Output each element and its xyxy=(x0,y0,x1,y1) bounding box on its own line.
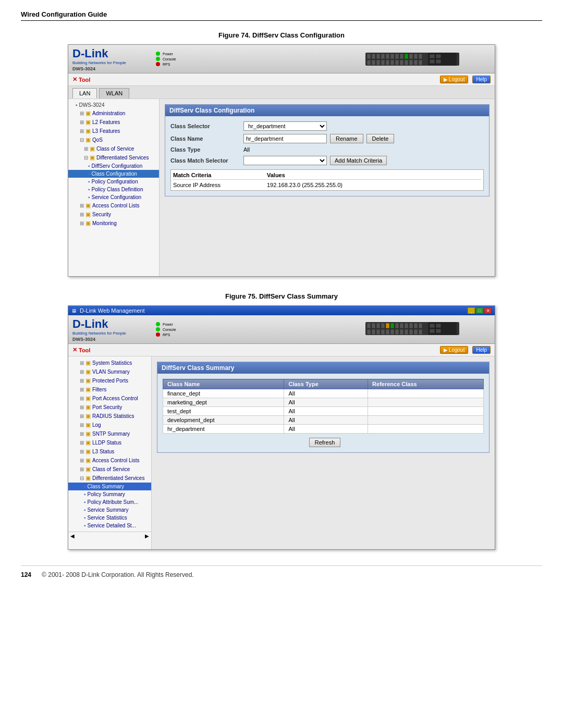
table-row: finance_dept All xyxy=(163,389,484,398)
sidebar-item-service-config[interactable]: ▪ Service Configuration xyxy=(68,193,159,201)
folder-expand-icon-diffserv: ⊟ xyxy=(84,155,88,161)
svg-rect-1 xyxy=(367,54,371,59)
scroll-left-icon[interactable]: ◀ xyxy=(70,533,75,539)
sidebar-scrollbar-2[interactable]: ◀ ▶ xyxy=(68,532,151,540)
sidebar2-lldp-status[interactable]: ⊞ ▣ LLDP Status xyxy=(68,438,151,447)
class-type-row: Class Type All xyxy=(170,146,484,153)
row2-name: marketing_dept xyxy=(163,398,284,407)
sidebar2-policy-attr-sum[interactable]: ▪ Policy Attribute Sum... xyxy=(68,498,151,506)
header-text: Wired Configuration Guide xyxy=(21,10,107,18)
sidebar2-cos[interactable]: ⊞ ▣ Class of Service xyxy=(68,465,151,474)
class-match-select[interactable] xyxy=(243,156,327,165)
sidebar-item-diffserv-config[interactable]: ▪ DiffServ Configuration xyxy=(68,162,159,170)
add-match-button[interactable]: Add Match Criteria xyxy=(330,156,387,165)
config-panel-header-2: DiffServ Class Summary xyxy=(157,362,489,374)
rps-indicator-2: RPS xyxy=(156,332,176,337)
logout-button-1[interactable]: ▶ Logout xyxy=(440,76,469,83)
sidebar-item-monitoring[interactable]: ⊞ ▣ Monitoring xyxy=(68,219,159,228)
rps-dot-2 xyxy=(156,332,160,337)
folder-icon-qos: ▣ xyxy=(85,137,91,143)
class-selector-select[interactable]: hr_department xyxy=(243,121,327,131)
sidebar-item-qos[interactable]: ⊟ ▣ QoS xyxy=(68,135,159,144)
sidebar2-system-stats[interactable]: ⊞ ▣ System Statistics xyxy=(68,359,151,367)
sidebar-label-diffserv: Differentiated Services xyxy=(96,155,149,161)
doc-icon-diffserv-config: ▪ xyxy=(88,163,90,169)
toolbar-right-2: ▶ Logout Help xyxy=(440,346,491,354)
sidebar2-sntp-summary[interactable]: ⊞ ▣ SNTP Summary xyxy=(68,429,151,438)
sidebar2-service-summary[interactable]: ▪ Service Summary xyxy=(68,506,151,514)
sidebar2-service-statistics[interactable]: ▪ Service Statistics xyxy=(68,514,151,522)
help-button-1[interactable]: Help xyxy=(472,76,491,83)
tool-button-1[interactable]: ✕ Tool xyxy=(72,76,90,83)
svg-rect-10 xyxy=(409,54,413,59)
tool-button-2[interactable]: ✕ Tool xyxy=(72,347,90,353)
sidebar2-log[interactable]: ⊞ ▣ Log xyxy=(68,421,151,429)
svg-rect-3 xyxy=(376,54,380,59)
sidebar-label-admin: Administration xyxy=(92,110,125,116)
tool-x-icon: ✕ xyxy=(72,76,77,83)
sidebar2-port-security[interactable]: ⊞ ▣ Port Security xyxy=(68,403,151,412)
logout-button-2[interactable]: ▶ Logout xyxy=(440,346,469,354)
svg-rect-28 xyxy=(430,59,435,64)
sidebar-item-security[interactable]: ⊞ ▣ Security xyxy=(68,210,159,219)
table-row: development_dept All xyxy=(163,416,484,425)
sidebar2-diffserv[interactable]: ⊟ ▣ Differentiated Services xyxy=(68,474,151,483)
minimize-button-2[interactable]: _ xyxy=(468,307,475,314)
row5-ref xyxy=(368,425,484,434)
sidebar2-acl[interactable]: ⊞ ▣ Access Control Lists xyxy=(68,456,151,465)
sidebar2-l3-status[interactable]: ⊞ ▣ L3 Status xyxy=(68,447,151,456)
delete-button[interactable]: Delete xyxy=(366,134,395,143)
sidebar-item-admin[interactable]: ⊞ ▣ Administration xyxy=(68,109,159,118)
sidebar2-label-13: Differentiated Services xyxy=(92,475,144,481)
class-name-input[interactable] xyxy=(243,134,327,143)
sidebar-label-policy-class-def: Policy Class Definition xyxy=(92,187,143,192)
sidebar2-filters[interactable]: ⊞ ▣ Filters xyxy=(68,385,151,394)
sidebar-item-cos[interactable]: ⊞ ▣ Class of Service xyxy=(68,144,159,153)
device-area-2: Power Console RPS xyxy=(156,319,491,339)
sidebar2-service-detailed[interactable]: ▪ Service Detailed St... xyxy=(68,522,151,529)
table-row: marketing_dept All xyxy=(163,398,484,407)
svg-rect-44 xyxy=(372,329,375,335)
svg-rect-34 xyxy=(381,323,385,328)
table-row: test_dept All xyxy=(163,407,484,416)
figure2-window: 🖥 D-Link Web Management _ □ ✕ D-Link Bui… xyxy=(68,305,495,550)
page-footer: 124 © 2001- 2008 D-Link Corporation. All… xyxy=(21,565,542,578)
close-button-2[interactable]: ✕ xyxy=(484,307,492,314)
sidebar-item-acl[interactable]: ⊞ ▣ Access Control Lists xyxy=(68,201,159,210)
sidebar-2: ⊞ ▣ System Statistics ⊞ ▣ VLAN Summary ⊞… xyxy=(68,356,152,549)
svg-rect-13 xyxy=(367,60,371,65)
help-button-2[interactable]: Help xyxy=(472,346,491,354)
sidebar2-class-summary[interactable]: ▪ Class Summary xyxy=(68,483,151,490)
sidebar-item-class-config[interactable]: ▪ Class Configuration xyxy=(68,170,159,178)
tab-lan-1[interactable]: LAN xyxy=(72,88,97,98)
sidebar2-radius-stats[interactable]: ⊞ ▣ RADIUS Statistics xyxy=(68,412,151,421)
port-panel-2 xyxy=(365,319,491,339)
sidebar2-protected-ports[interactable]: ⊞ ▣ Protected Ports xyxy=(68,376,151,385)
folder-expand-icon-qos: ⊟ xyxy=(80,137,84,143)
class-match-value-area: Add Match Criteria xyxy=(243,156,484,165)
toolbar-2: ✕ Tool ▶ Logout Help xyxy=(68,344,495,356)
figure1-title: Figure 74. DiffServ Class Configuration xyxy=(21,31,542,39)
sidebar-item-l3[interactable]: ⊞ ▣ L3 Features xyxy=(68,127,159,135)
sidebar-item-policy-config[interactable]: ▪ Policy Configuration xyxy=(68,178,159,186)
sidebar-item-root-1[interactable]: ▪ DWS-3024 xyxy=(68,101,159,109)
class-selector-row: Class Selector hr_department xyxy=(170,121,484,131)
port-panel-1 xyxy=(365,50,491,68)
sidebar2-policy-summary[interactable]: ▪ Policy Summary xyxy=(68,490,151,498)
dlink-tagline-1: Building Networks for People xyxy=(72,60,156,65)
svg-rect-29 xyxy=(436,59,441,64)
maximize-button-2[interactable]: □ xyxy=(476,307,483,314)
svg-rect-7 xyxy=(395,54,399,59)
svg-rect-19 xyxy=(395,60,399,65)
row1-type: All xyxy=(284,389,368,398)
refresh-button[interactable]: Refresh xyxy=(309,438,341,447)
tab-wlan-1[interactable]: WLAN xyxy=(99,88,129,98)
sidebar-item-diffserv[interactable]: ⊟ ▣ Differentiated Services xyxy=(68,153,159,162)
rename-button[interactable]: Rename xyxy=(330,134,363,143)
sidebar-item-l2[interactable]: ⊞ ▣ L2 Features xyxy=(68,118,159,127)
sidebar2-port-access[interactable]: ⊞ ▣ Port Access Control xyxy=(68,394,151,403)
scroll-right-icon[interactable]: ▶ xyxy=(145,533,149,539)
sidebar-item-policy-class-def[interactable]: ▪ Policy Class Definition xyxy=(68,186,159,193)
page-number: 124 xyxy=(21,571,31,578)
sidebar2-vlan-summary[interactable]: ⊞ ▣ VLAN Summary xyxy=(68,367,151,376)
